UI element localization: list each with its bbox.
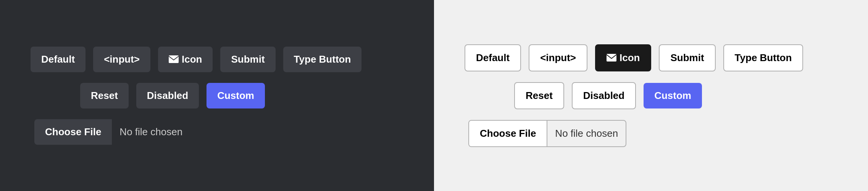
- envelope-icon-light: [607, 54, 616, 62]
- dark-row-1: Default <input> Icon Submit Type Button: [31, 47, 361, 72]
- dark-typebutton-button[interactable]: Type Button: [283, 47, 362, 72]
- light-panel: Default <input> Icon Submit Type Button …: [434, 0, 868, 191]
- light-row-1: Default <input> Icon Submit Type Button: [465, 44, 803, 71]
- light-icon-button-label: Icon: [620, 52, 640, 64]
- light-default-button[interactable]: Default: [465, 44, 521, 71]
- dark-no-file-label: No file chosen: [112, 119, 190, 145]
- dark-icon-button-label: Icon: [182, 53, 202, 65]
- light-no-file-label: No file chosen: [547, 121, 626, 146]
- dark-file-input[interactable]: Choose File No file chosen: [34, 119, 190, 145]
- light-typebutton-button[interactable]: Type Button: [723, 44, 803, 71]
- svg-rect-0: [169, 55, 179, 63]
- light-icon-button[interactable]: Icon: [595, 44, 651, 71]
- light-custom-button[interactable]: Custom: [644, 83, 702, 108]
- dark-reset-button[interactable]: Reset: [80, 83, 129, 108]
- dark-submit-button[interactable]: Submit: [220, 47, 275, 72]
- dark-disabled-button[interactable]: Disabled: [136, 83, 199, 108]
- dark-custom-button[interactable]: Custom: [207, 83, 265, 108]
- light-disabled-button[interactable]: Disabled: [572, 82, 636, 109]
- light-input-button[interactable]: <input>: [529, 44, 587, 71]
- dark-panel: Default <input> Icon Submit Type Button …: [0, 0, 434, 191]
- light-choose-file-button[interactable]: Choose File: [469, 121, 547, 146]
- svg-rect-1: [607, 54, 616, 62]
- light-submit-button[interactable]: Submit: [659, 44, 715, 71]
- dark-default-button[interactable]: Default: [31, 47, 86, 72]
- envelope-icon: [169, 55, 179, 63]
- light-reset-button[interactable]: Reset: [514, 82, 564, 109]
- dark-choose-file-button[interactable]: Choose File: [34, 119, 112, 145]
- dark-icon-button[interactable]: Icon: [158, 47, 213, 72]
- dark-row-2: Reset Disabled Custom: [31, 83, 265, 108]
- dark-input-button[interactable]: <input>: [93, 47, 150, 72]
- light-row-2: Reset Disabled Custom: [465, 82, 702, 109]
- light-file-input[interactable]: Choose File No file chosen: [468, 120, 626, 147]
